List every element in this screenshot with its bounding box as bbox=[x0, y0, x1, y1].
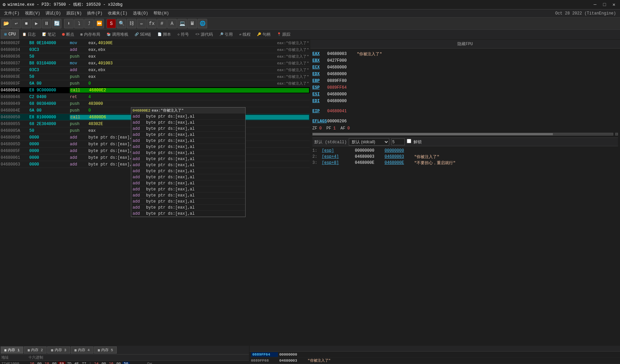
reg-eax[interactable]: EAX 04680003 "你被注入了" bbox=[312, 51, 618, 57]
memory-content[interactable]: 地址 十六进制 774F1000 16 00 18 00 F0 7D 4F 77… bbox=[0, 355, 249, 364]
tb-font[interactable]: A bbox=[167, 19, 177, 28]
disasm-row[interactable]: 04680046 C2 0400 ret 4 bbox=[0, 94, 310, 100]
tab-breakpoints[interactable]: 断点 bbox=[59, 30, 77, 39]
memory-tabs: ▦ 内存 1 ▦ 内存 2 ▦ 内存 3 ▦ 内存 4 ▦ 内存 5 bbox=[0, 346, 249, 355]
disasm-area[interactable]: 0468002F B8 0E104000 mov eax,40100E eax:… bbox=[0, 40, 310, 345]
menu-file[interactable]: 文件(F) bbox=[1, 10, 22, 17]
mem-tab-5[interactable]: ▦ 内存 5 bbox=[94, 346, 117, 354]
memory-header: 地址 十六进制 bbox=[0, 355, 249, 361]
popup-row: add byte ptr ds:[eax],al bbox=[131, 114, 245, 120]
tab-trace[interactable]: 📍 跟踪 bbox=[274, 30, 293, 39]
menu-help[interactable]: 帮助(H) bbox=[151, 10, 172, 17]
reg-esp[interactable]: ESP 0889FF64 bbox=[312, 84, 618, 91]
tb-calc2[interactable]: 🖩 bbox=[188, 19, 197, 28]
tab-callstack[interactable]: 📚 调用堆栈 bbox=[104, 30, 131, 39]
tb-open[interactable]: 📂 bbox=[1, 19, 11, 28]
close-button[interactable]: ✕ bbox=[611, 1, 617, 8]
tab-handle[interactable]: 🔑 句柄 bbox=[254, 30, 274, 39]
reg-eip[interactable]: EIP 04680041 bbox=[312, 108, 618, 115]
tb-stepout[interactable]: ⤴ bbox=[84, 19, 94, 28]
tb-patch[interactable]: ✏ bbox=[137, 19, 146, 28]
hex-right-panel: 0889FF64 00000000 0889FF68 04680003 "你被注… bbox=[250, 346, 620, 364]
menu-view[interactable]: 视图(V) bbox=[22, 10, 43, 17]
tb-bp[interactable]: S bbox=[107, 19, 116, 28]
tab-trace-label: 跟踪 bbox=[282, 32, 290, 37]
reg-ebx[interactable]: EBX 0427F000 bbox=[312, 57, 618, 64]
tab-log[interactable]: 📋 日志 bbox=[19, 30, 39, 39]
reg-ecx[interactable]: ECX 04680000 bbox=[312, 64, 618, 71]
tb-hash[interactable]: # bbox=[157, 19, 167, 28]
callstack-bar: 默认 (stdcall) 默认 (stdcall) 解锁 bbox=[312, 138, 618, 146]
tb-restart[interactable]: 🔄 bbox=[52, 19, 61, 28]
registers-area: EAX 04680003 "你被注入了" EBX 0427F000 ECX 04… bbox=[310, 49, 620, 345]
reg-edi[interactable]: EDI 04680000 bbox=[312, 98, 618, 104]
decode-checkbox-label: 解锁 bbox=[407, 139, 422, 145]
reg-scrollbar-h[interactable] bbox=[312, 133, 613, 135]
tb-animate[interactable]: ⏩ bbox=[94, 19, 104, 28]
menu-bar: 文件(F) 视图(V) 调试(D) 跟踪(N) 插件(P) 收藏夹(I) 选项(… bbox=[0, 9, 620, 18]
tb-stop[interactable]: ■ bbox=[22, 19, 31, 28]
tab-ref[interactable]: 🔎 引用 bbox=[216, 30, 236, 39]
mem-row[interactable]: 774F1000 16 00 18 00 F0 7D 4F 77 | 14 00… bbox=[0, 361, 249, 364]
tb-back[interactable]: ↩ bbox=[11, 19, 21, 28]
menu-options[interactable]: 选项(O) bbox=[130, 10, 151, 17]
menu-favorites[interactable]: 收藏夹(I) bbox=[105, 10, 130, 17]
tab-script[interactable]: 📄 脚本 bbox=[154, 30, 174, 39]
hex-row[interactable]: 0889FF68 04680003 "你被注入了" bbox=[250, 358, 620, 364]
tab-cpu[interactable]: 🖥 CPU bbox=[1, 30, 19, 39]
reg-edx[interactable]: EDX 04680000 bbox=[312, 71, 618, 78]
callconv-dropdown[interactable]: 默认 (stdcall) bbox=[349, 138, 389, 146]
callstack-depth-input[interactable] bbox=[391, 139, 405, 145]
mem-tab-4[interactable]: ▦ 内存 4 bbox=[71, 346, 93, 354]
disasm-row[interactable]: 04680034 03C3 add eax,ebx eax:"你被注入了" bbox=[0, 47, 310, 53]
tab-symbols[interactable]: ◇ 符号 bbox=[174, 30, 192, 39]
mem-tab-3[interactable]: ▦ 内存 3 bbox=[47, 346, 70, 354]
reg-esi[interactable]: ESI 04680000 bbox=[312, 91, 618, 98]
mem-tab-2[interactable]: ▦ 内存 2 bbox=[24, 346, 47, 354]
popup-row: add byte ptr ds:[eax],al bbox=[131, 186, 245, 192]
hex-row[interactable]: 0889FF64 00000000 bbox=[250, 352, 620, 358]
tb-hw-bp[interactable]: ⛓ bbox=[127, 19, 136, 28]
minimize-button[interactable]: ─ bbox=[592, 1, 598, 8]
stack-row-2: 2: [esp+4] 04680003 04680003 "你被注入了" bbox=[312, 154, 618, 160]
tab-notes[interactable]: 📝 笔记 bbox=[39, 30, 59, 39]
tb-internet[interactable]: 🌐 bbox=[198, 19, 207, 28]
disasm-row[interactable]: 04680037 B8 03104000 mov eax,401003 eax:… bbox=[0, 60, 310, 67]
decode-checkbox[interactable] bbox=[407, 139, 411, 143]
disasm-row[interactable]: 04680049 68 00304000 push 403000 bbox=[0, 100, 310, 107]
tb-mem-bp[interactable]: 🔍 bbox=[117, 19, 126, 28]
disasm-row[interactable]: 0468003C 03C3 add eax,ebx eax:"你被注入了" bbox=[0, 67, 310, 73]
tb-pause[interactable]: ⏸ bbox=[42, 19, 51, 28]
disasm-row[interactable]: 0468003E 50 push eax eax:"你被注入了" bbox=[0, 73, 310, 80]
tb-stepover[interactable]: ⬇ bbox=[64, 19, 74, 28]
disasm-row[interactable]: 04680036 50 push eax eax:"你被注入了" bbox=[0, 53, 310, 60]
tab-memlayout-label: 内存布局 bbox=[84, 32, 100, 37]
tab-memory-layout[interactable]: ▦ 内存布局 bbox=[78, 30, 103, 39]
menu-debug[interactable]: 调试(D) bbox=[43, 10, 64, 17]
popup-row: add byte ptr ds:[eax],al bbox=[131, 180, 245, 186]
tb-run[interactable]: ▶ bbox=[32, 19, 41, 28]
disasm-popup: 046800E2 eax:"你被注入了" add byte ptr ds:[ea… bbox=[131, 107, 246, 217]
disasm-eip-row[interactable]: 04680041 E8 9C000000 call 46800E2 bbox=[0, 87, 310, 94]
menu-trace[interactable]: 跟踪(N) bbox=[64, 10, 85, 17]
popup-row: add byte ptr ds:[eax],al bbox=[131, 192, 245, 199]
mem-tab-1[interactable]: ▦ 内存 1 bbox=[1, 346, 23, 354]
reg-ebp[interactable]: EBP 0889FF80 bbox=[312, 78, 618, 84]
tab-thread[interactable]: ⇌ 线程 bbox=[236, 30, 254, 39]
title-bar: ⚙ winmine.exe - PID: 97500 - 线程: 105520 … bbox=[0, 0, 620, 9]
hex-content[interactable]: 0889FF64 00000000 0889FF68 04680003 "你被注… bbox=[250, 352, 620, 364]
menu-plugin[interactable]: 插件(P) bbox=[84, 10, 105, 17]
tab-seh[interactable]: 🔗 SEH链 bbox=[132, 30, 154, 39]
tb-calc[interactable]: fx bbox=[147, 19, 157, 28]
disasm-row[interactable]: 0468002F B8 0E104000 mov eax,40100E eax:… bbox=[0, 40, 310, 47]
tab-source[interactable]: <> 源代码 bbox=[192, 30, 216, 39]
tb-cpu-info[interactable]: 💻 bbox=[177, 19, 187, 28]
disasm-row[interactable]: 0468003F 6A 00 push 0 eax:"你被注入了" bbox=[0, 80, 310, 87]
stack-entries: 1: [esp] 00000000 00000000 2: [esp+4] 04… bbox=[312, 148, 618, 166]
stack-row-3: 3: [esp+8] 0468000E 0468000E "不要担心，重启就行" bbox=[312, 160, 618, 166]
popup-row: add byte ptr ds:[eax],al bbox=[131, 150, 245, 156]
popup-row: add byte ptr ds:[eax],al bbox=[131, 168, 245, 174]
maximize-button[interactable]: □ bbox=[601, 1, 608, 8]
reg-eflags: EFLAGS 00000206 bbox=[312, 118, 618, 125]
tb-stepinto[interactable]: ⤵ bbox=[74, 19, 84, 28]
